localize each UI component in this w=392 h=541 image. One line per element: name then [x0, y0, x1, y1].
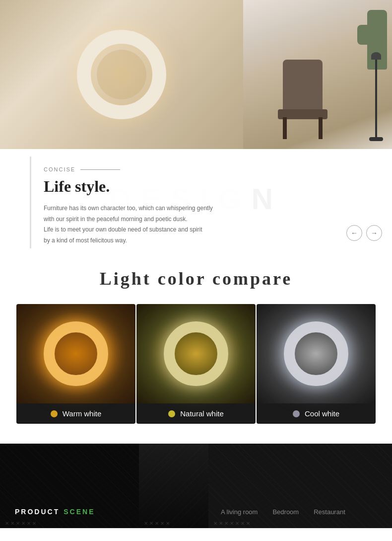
light-compare-section: color become light Light color compare W… [0, 248, 392, 439]
top-left-image [0, 0, 243, 149]
floor-lamp-graphic [375, 60, 377, 139]
tab-living-room[interactable]: A living room [221, 506, 258, 518]
chair-back [283, 60, 323, 109]
light-card-natural: Natural white [136, 304, 256, 424]
light-compare-title: Light color compare [0, 268, 392, 289]
desc-line-3: Life is to meet your own double need of … [44, 225, 231, 235]
cool-light-label: Cool white [257, 403, 376, 424]
concise-label: CONCISE [44, 166, 231, 172]
scene-product-label: PRODUCT SCENE [15, 508, 124, 516]
prev-arrow-button[interactable]: ← [346, 225, 362, 241]
cool-dot [293, 410, 300, 417]
next-arrow-button[interactable]: → [366, 225, 382, 241]
concise-text: CONCISE [44, 166, 75, 172]
chair-leg-right [319, 117, 323, 139]
tab-bedroom[interactable]: Bedroom [272, 506, 299, 518]
scene-text: SCENE [64, 508, 95, 516]
product-scene-section: ✕ ✕ ✕ ✕ ✕ ✕ PRODUCT SCENE ✕ ✕ ✕ ✕ ✕ ✕ ✕ … [0, 444, 392, 528]
living-room-image [243, 0, 392, 149]
chair-leg-left [283, 117, 287, 139]
lifestyle-section: DESIGN CONCISE Life style. Furniture has… [0, 149, 392, 248]
bottom-description: Living room modern simplified Nordic lam… [271, 539, 377, 541]
scene-right-panel: ✕ ✕ ✕ ✕ ✕ ✕ ✕ A living room Bedroom Rest… [208, 444, 392, 528]
tab-restaurant[interactable]: Restaurant [314, 506, 345, 518]
lifestyle-title: Life style. [44, 177, 231, 196]
scene-tabs: A living room Bedroom Restaurant [221, 506, 380, 518]
chair-graphic [273, 40, 362, 139]
lamp-circle-graphic [77, 30, 166, 119]
light-card-cool: Cool white [257, 304, 376, 424]
warm-ring-lamp [44, 321, 108, 386]
product-text: PRODUCT [15, 508, 60, 516]
lifestyle-description: Furniture has its own character too, whi… [44, 203, 231, 246]
desc-line-1: Furniture has its own character too, whi… [44, 203, 231, 214]
cool-light-text: Cool white [305, 409, 339, 418]
top-section [0, 0, 392, 149]
warm-light-text: Warm white [63, 409, 102, 418]
top-right-image [243, 0, 392, 149]
bottom-bar: 01 Scene collocation Living room modern … [0, 528, 392, 541]
desc-line-2: with our spirit in the peaceful morning … [44, 214, 231, 225]
warm-dot [51, 410, 58, 417]
natural-light-image [136, 304, 256, 403]
scene-left-panel: ✕ ✕ ✕ ✕ ✕ ✕ PRODUCT SCENE [0, 444, 139, 528]
light-cards-container: Warm white Natural white Cool white [0, 304, 392, 424]
cool-light-image [257, 304, 376, 403]
warm-light-label: Warm white [16, 403, 135, 424]
scene-deco-mid: ✕ ✕ ✕ ✕ ✕ [139, 518, 208, 528]
cool-ring-lamp [284, 321, 348, 386]
warm-light-image [16, 304, 135, 403]
lifestyle-text-box: CONCISE Life style. Furniture has its ow… [30, 156, 243, 256]
natural-ring-lamp [164, 321, 228, 386]
bottom-desc-line1: Living room modern simplified Nordic lam… [271, 539, 377, 541]
nav-arrows: ← → [346, 225, 382, 241]
light-card-warm: Warm white [16, 304, 135, 424]
cactus-graphic [367, 10, 387, 70]
scene-bg-pattern-mid [139, 444, 208, 528]
natural-light-label: Natural white [136, 403, 256, 424]
lamp-image [0, 0, 243, 149]
scene-deco-right: ✕ ✕ ✕ ✕ ✕ ✕ ✕ [208, 518, 392, 528]
scene-middle-panel: ✕ ✕ ✕ ✕ ✕ [139, 444, 208, 528]
scene-deco-left: ✕ ✕ ✕ ✕ ✕ ✕ [0, 518, 139, 528]
natural-light-text: Natural white [180, 409, 224, 418]
natural-dot [168, 410, 175, 417]
desc-line-4: by a kind of most felicitous way. [44, 235, 231, 246]
